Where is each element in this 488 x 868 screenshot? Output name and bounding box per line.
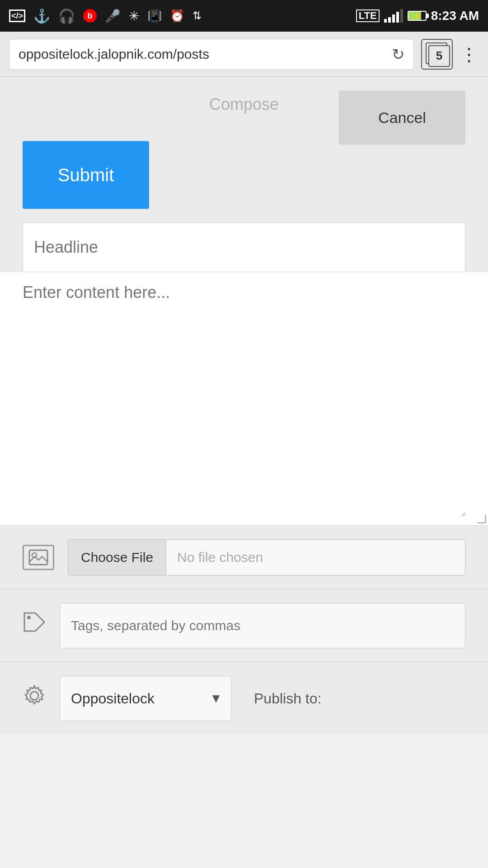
page-content: Cancel Compose Submit Choose File No fil… [0, 77, 488, 735]
submit-button[interactable]: Submit [23, 141, 149, 209]
headline-input[interactable] [23, 222, 465, 272]
tab-stack-front: 5 [428, 45, 450, 67]
alarm-icon: ⏰ [170, 9, 184, 23]
beats-icon: b [83, 9, 97, 23]
url-input[interactable]: oppositelock.jalopnik.com/posts ↻ [9, 39, 414, 70]
textarea-resize-handle[interactable] [477, 514, 486, 524]
signal-icon [384, 9, 403, 23]
refresh-icon[interactable]: ↻ [392, 45, 404, 63]
headline-section [0, 222, 488, 272]
publish-to-label: Publish to: [254, 690, 321, 707]
choose-file-button[interactable]: Choose File [68, 540, 166, 575]
status-bar: </> ⚓ 🎧 b 🎤 ✳ 📳 ⏰ ⇅ LTE ⚡ 8: [0, 0, 488, 32]
url-bar: oppositelock.jalopnik.com/posts ↻ 5 ⋮ [0, 32, 488, 77]
file-input-wrapper: Choose File No file chosen [68, 539, 465, 576]
tags-input[interactable] [60, 603, 465, 648]
no-file-label: No file chosen [166, 550, 274, 565]
tag-svg [23, 611, 46, 635]
bluetooth-icon: ✳ [129, 9, 139, 24]
status-time: 8:23 AM [431, 9, 479, 23]
status-icons-left: </> ⚓ 🎧 b 🎤 ✳ 📳 ⏰ ⇅ [9, 8, 202, 24]
svg-point-3 [30, 692, 38, 700]
tag-icon [23, 611, 46, 640]
content-textarea[interactable] [23, 272, 465, 516]
usb-icon: ⚓ [33, 8, 50, 24]
cancel-button[interactable]: Cancel [339, 90, 465, 145]
tabs-button[interactable]: 5 [421, 39, 453, 70]
code-icon: </> [9, 9, 25, 22]
battery-icon: ⚡ [408, 11, 427, 21]
gear-svg [23, 684, 46, 708]
top-area: Cancel Compose Submit [0, 77, 488, 222]
publish-select-wrapper: Oppositelock Jalopnik Kinja ▼ [60, 676, 231, 721]
status-icons-right: LTE ⚡ 8:23 AM [356, 9, 479, 23]
svg-rect-0 [29, 550, 47, 565]
file-row: Choose File No file chosen [0, 525, 488, 589]
gear-icon [23, 684, 46, 713]
bottom-toolbar: Choose File No file chosen [0, 525, 488, 735]
publish-row: Oppositelock Jalopnik Kinja ▼ Publish to… [0, 662, 488, 735]
vibrate-icon: 📳 [147, 9, 162, 23]
headset-icon: 🎤 [105, 9, 121, 24]
headphone-icon: 🎧 [58, 8, 75, 24]
tabs-count: 5 [436, 49, 442, 63]
tags-row [0, 589, 488, 662]
publish-select[interactable]: Oppositelock Jalopnik Kinja [60, 676, 231, 721]
browser-menu-button[interactable]: ⋮ [460, 45, 479, 63]
data-transfer-icon: ⇅ [192, 9, 202, 22]
image-svg [28, 549, 48, 566]
url-text: oppositelock.jalopnik.com/posts [19, 47, 385, 62]
image-icon [23, 545, 54, 570]
svg-point-2 [27, 616, 31, 619]
lte-badge: LTE [356, 9, 380, 22]
content-section [0, 272, 488, 525]
